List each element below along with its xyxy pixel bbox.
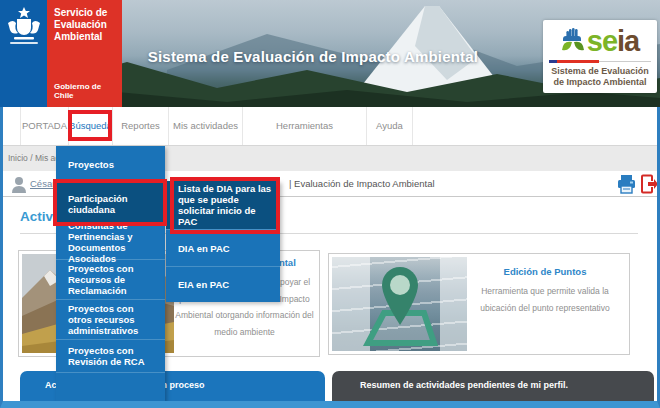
tab-right-label: Resumen de actividades pendientes de mi … xyxy=(360,371,568,400)
government-emblem-box xyxy=(0,0,47,107)
submenu-item-eia-en-pac[interactable]: EIA en PAC xyxy=(166,267,280,302)
seia-logo: seia Sistema de Evaluación de Impacto Am… xyxy=(543,20,657,93)
user-context-label: | Evaluación de Impacto Ambiental xyxy=(289,171,435,196)
card-left-line: medio ambiente xyxy=(174,324,315,341)
tab-resumen-pendientes[interactable]: Resumen de actividades pendientes de mi … xyxy=(332,371,654,401)
seia-wordmark: seia xyxy=(587,27,639,56)
menu-item-consultas-pertinencias[interactable]: Consultas de Pertinencias y Documentos A… xyxy=(56,225,165,260)
seia-logo-subtitle-1: Sistema de Evaluación xyxy=(547,66,653,77)
seia-page: Sistema de Evaluación de Impacto Ambient… xyxy=(0,0,660,408)
nav-separator xyxy=(412,107,413,145)
participacion-ciudadana-submenu: Lista de DIA para las que se puede solic… xyxy=(166,181,280,302)
header-title: Sistema de Evaluación de Impacto Ambient… xyxy=(138,48,488,65)
submenu-item-lista-dia-pac[interactable]: Lista de DIA para las que se puede solic… xyxy=(166,181,280,230)
coat-of-arms-icon xyxy=(4,5,44,51)
person-icon xyxy=(11,176,27,194)
hand-leaf-icon xyxy=(561,28,585,54)
menu-item-empty[interactable] xyxy=(56,373,165,403)
nav-portada[interactable]: PORTADA xyxy=(20,107,68,145)
ministry-banner: Servicio de Evaluación Ambiental Gobiern… xyxy=(47,0,122,107)
map-pin-icon xyxy=(358,263,442,349)
submenu-item-dia-en-pac[interactable]: DIA en PAC xyxy=(166,230,280,267)
card-edicion-de-puntos[interactable]: Edición de Puntos Herramienta que permit… xyxy=(328,253,630,355)
card-left-line: Ambiental otorgando información del xyxy=(174,307,315,324)
seia-logo-subtitle-2: de Impacto Ambiental xyxy=(547,77,653,88)
nav-reportes[interactable]: Reportes xyxy=(112,107,168,145)
nav-herramientas-administrativas[interactable]: Herramientas Administrativas xyxy=(242,107,366,145)
menu-item-revision-rca[interactable]: Proyectos con Revisión de RCA xyxy=(56,340,165,373)
ocean-photo xyxy=(332,257,467,351)
chile-flag-stripe xyxy=(549,60,651,63)
nav-ayuda[interactable]: Ayuda xyxy=(366,107,412,145)
nav-mis-actividades[interactable]: Mis actividades xyxy=(168,107,242,145)
card-right-line: ubicación del punto representativo xyxy=(467,300,623,317)
logout-icon[interactable] xyxy=(640,174,658,194)
card-right-line: Herramienta que permite valida la xyxy=(467,283,623,300)
nav-busqueda[interactable]: Búsqueda xyxy=(68,107,112,145)
main-nav: PORTADA Búsqueda Reportes Mis actividade… xyxy=(0,107,660,146)
ministry-name-line1: Servicio de xyxy=(54,7,122,19)
gobierno-de-chile-label: Gobierno de Chile xyxy=(54,82,122,100)
card-right-title: Edición de Puntos xyxy=(467,266,623,277)
busqueda-dropdown-menu: Proyectos Participación ciudadana Consul… xyxy=(56,146,165,403)
menu-item-recursos-reclamacion[interactable]: Proyectos con Recursos de Reclamación xyxy=(56,260,165,300)
menu-item-participacion-ciudadana[interactable]: Participación ciudadana xyxy=(56,183,165,225)
menu-item-otros-recursos[interactable]: Proyectos con otros recursos administrat… xyxy=(56,300,165,340)
printer-icon[interactable] xyxy=(616,174,637,194)
ministry-name-line3: Ambiental xyxy=(54,31,122,43)
ministry-name-line2: Evaluación xyxy=(54,19,122,31)
menu-item-proyectos[interactable]: Proyectos xyxy=(56,146,165,183)
